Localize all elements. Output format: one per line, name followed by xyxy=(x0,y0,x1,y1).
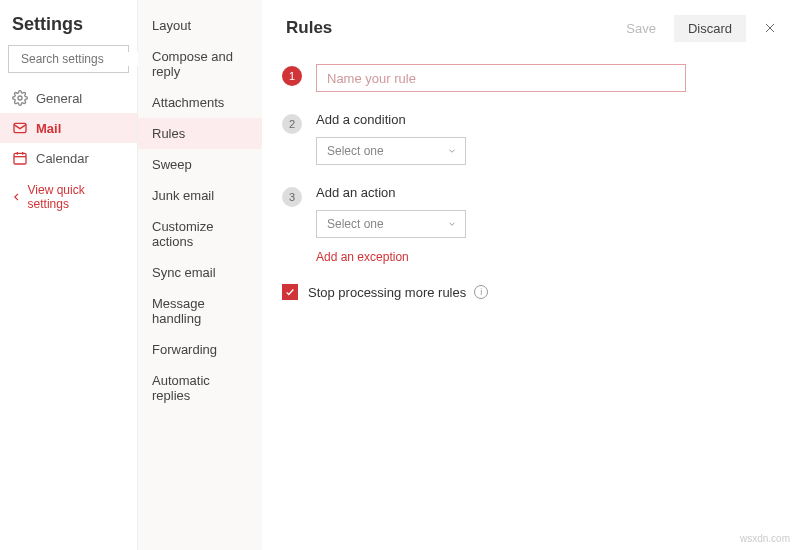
subnav-sweep[interactable]: Sweep xyxy=(138,149,262,180)
quick-link-label: View quick settings xyxy=(28,183,125,211)
subnav-layout[interactable]: Layout xyxy=(138,10,262,41)
main-panel: Rules Save Discard 1 2 Add a condition S… xyxy=(262,0,800,550)
settings-title: Settings xyxy=(0,10,137,45)
nav-general-label: General xyxy=(36,91,82,106)
step-name-rule: 1 xyxy=(282,64,772,92)
stop-processing-label: Stop processing more rules xyxy=(308,285,466,300)
subnav-forwarding[interactable]: Forwarding xyxy=(138,334,262,365)
subnav-junk-email[interactable]: Junk email xyxy=(138,180,262,211)
action-label: Add an action xyxy=(316,185,772,200)
svg-point-2 xyxy=(18,96,22,100)
nav-calendar[interactable]: Calendar xyxy=(0,143,137,173)
subnav-automatic-replies[interactable]: Automatic replies xyxy=(138,365,262,411)
chevron-down-icon xyxy=(447,219,457,229)
secondary-sidebar: Layout Compose and reply Attachments Rul… xyxy=(138,0,262,550)
step-3-badge: 3 xyxy=(282,187,302,207)
condition-select-value: Select one xyxy=(327,144,384,158)
subnav-message-handling[interactable]: Message handling xyxy=(138,288,262,334)
condition-select[interactable]: Select one xyxy=(316,137,466,165)
action-select[interactable]: Select one xyxy=(316,210,466,238)
nav-mail[interactable]: Mail xyxy=(0,113,137,143)
check-icon xyxy=(285,287,295,297)
nav-general[interactable]: General xyxy=(0,83,137,113)
panel-header: Rules Save Discard xyxy=(262,0,800,56)
action-select-value: Select one xyxy=(327,217,384,231)
close-icon xyxy=(763,21,777,35)
gear-icon xyxy=(12,90,28,106)
save-button[interactable]: Save xyxy=(612,15,670,42)
chevron-down-icon xyxy=(447,146,457,156)
condition-label: Add a condition xyxy=(316,112,772,127)
rule-form: 1 2 Add a condition Select one 3 Add an … xyxy=(262,56,800,320)
discard-button[interactable]: Discard xyxy=(674,15,746,42)
subnav-sync-email[interactable]: Sync email xyxy=(138,257,262,288)
close-button[interactable] xyxy=(754,12,786,44)
mail-icon xyxy=(12,120,28,136)
nav-mail-label: Mail xyxy=(36,121,61,136)
add-exception-link[interactable]: Add an exception xyxy=(316,250,772,264)
primary-sidebar: Settings General Mail Calendar View quic… xyxy=(0,0,138,550)
subnav-compose-and-reply[interactable]: Compose and reply xyxy=(138,41,262,87)
svg-rect-4 xyxy=(14,153,26,164)
watermark: wsxdn.com xyxy=(740,533,790,544)
subnav-rules[interactable]: Rules xyxy=(138,118,262,149)
chevron-left-icon xyxy=(12,192,22,202)
step-add-condition: 2 Add a condition Select one xyxy=(282,112,772,165)
page-title: Rules xyxy=(286,18,608,38)
subnav-customize-actions[interactable]: Customize actions xyxy=(138,211,262,257)
calendar-icon xyxy=(12,150,28,166)
subnav-attachments[interactable]: Attachments xyxy=(138,87,262,118)
info-icon[interactable]: i xyxy=(474,285,488,299)
step-add-action: 3 Add an action Select one Add an except… xyxy=(282,185,772,264)
rule-name-input[interactable] xyxy=(316,64,686,92)
nav-calendar-label: Calendar xyxy=(36,151,89,166)
step-1-badge: 1 xyxy=(282,66,302,86)
stop-processing-checkbox[interactable] xyxy=(282,284,298,300)
step-2-badge: 2 xyxy=(282,114,302,134)
search-input-wrapper[interactable] xyxy=(8,45,129,73)
view-quick-settings-link[interactable]: View quick settings xyxy=(0,173,137,221)
stop-processing-row: Stop processing more rules i xyxy=(282,284,772,300)
